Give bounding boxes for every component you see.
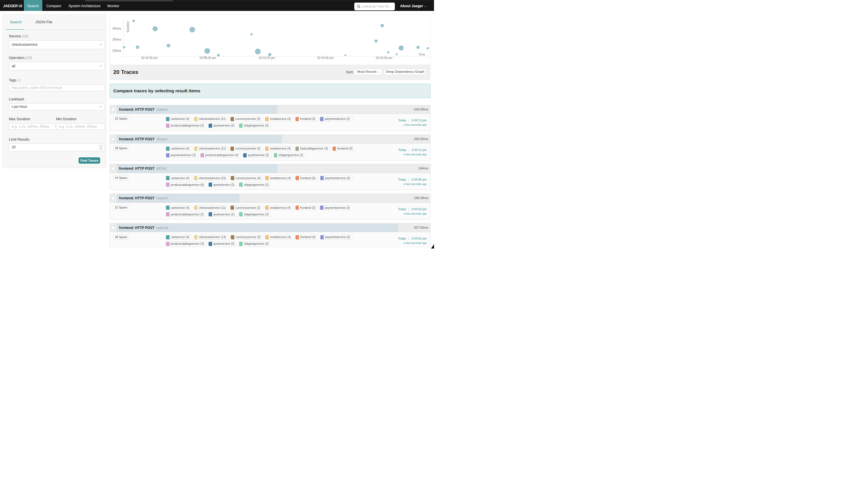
svg-text:?: ?	[19, 79, 20, 81]
